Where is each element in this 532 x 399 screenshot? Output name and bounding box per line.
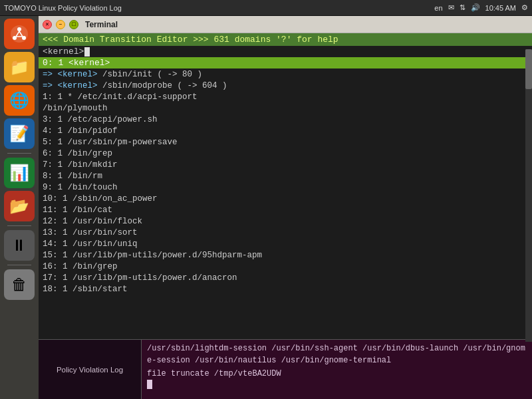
term-line-10: 10: 1 /sbin/on_ac_power <box>39 194 532 205</box>
minimize-button[interactable]: – <box>56 20 65 29</box>
bottom-content-line2: file truncate /tmp/vteBA2UDW <box>147 368 527 380</box>
terminal-cursor <box>147 380 152 389</box>
dock-libreoffice[interactable]: 📝 <box>4 118 35 149</box>
terminal-content[interactable]: <<< Domain Transition Editor >>> 631 dom… <box>39 33 532 399</box>
term-line-arrow2: => <kernel> /sbin/modprobe ( -> 604 ) <box>39 80 532 92</box>
volume-icon[interactable]: 🔊 <box>471 3 480 12</box>
dock-trash[interactable]: 🗑 <box>4 269 35 300</box>
dock-documents[interactable]: 📂 <box>4 191 35 221</box>
bottom-content-line1: /usr/sbin/lightdm-session /usr/bin/ssh-a… <box>147 342 527 366</box>
keyboard-indicator[interactable]: en <box>434 4 442 12</box>
kernel-selected-row[interactable]: 0: 1 <kernel> <box>39 57 532 68</box>
term-line-12: 12: 1 /usr/bin/flock <box>39 216 532 227</box>
term-line-17: 17: 1 /usr/lib/pm-utils/power.d/anacron <box>39 273 532 284</box>
term-line-15: 15: 1 /usr/lib/pm-utils/power.d/95hdparm… <box>39 250 532 261</box>
term-line-4: 4: 1 /bin/pidof <box>39 126 532 137</box>
term-line-11: 11: 1 /bin/cat <box>39 205 532 216</box>
term-line-3: 3: 1 /etc/acpi/power.sh <box>39 114 532 126</box>
term-line-1: 1: 1 * /etc/init.d/acpi-support <box>39 92 532 103</box>
file-list[interactable]: => <kernel> /sbin/init ( -> 80 ) => <ker… <box>39 68 532 339</box>
dock-calc[interactable]: 📊 <box>4 158 35 188</box>
dock-separator-2 <box>7 225 31 226</box>
term-line-6: 6: 1 /bin/grep <box>39 148 532 160</box>
dock-pause[interactable]: ⏸ <box>4 230 35 261</box>
kernel-label: <kernel> <box>43 47 84 57</box>
settings-icon[interactable]: ⚙ <box>521 3 528 12</box>
terminal-titlebar: ✕ – □ Terminal <box>39 16 532 33</box>
cursor-block <box>84 47 90 57</box>
scrollbar-thumb[interactable] <box>525 49 532 89</box>
dock-firefox[interactable]: 🌐 <box>4 85 35 116</box>
taskbar: TOMOYO Linux Policy Violation Log en ✉ ⇅… <box>0 0 532 16</box>
kernel-row-text: 0: 1 <kernel> <box>43 58 110 68</box>
clock: 10:45 AM <box>485 4 516 12</box>
dock-files[interactable]: 📁 <box>4 52 35 82</box>
term-line-arrow1: => <kernel> /sbin/init ( -> 80 ) <box>39 69 532 80</box>
maximize-button[interactable]: □ <box>69 20 78 29</box>
term-line-7: 7: 1 /bin/mkdir <box>39 160 532 171</box>
term-line-8: 8: 1 /bin/rm <box>39 171 532 182</box>
dock-separator-1 <box>7 153 31 154</box>
term-line-14: 14: 1 /usr/bin/uniq <box>39 239 532 250</box>
terminal-title: Terminal <box>85 20 118 29</box>
kernel-input-row: <kernel> <box>39 46 532 57</box>
term-line-9: 9: 1 /bin/touch <box>39 182 532 194</box>
term-line-13: 13: 1 /usr/bin/sort <box>39 227 532 239</box>
term-line-16: 16: 1 /bin/grep <box>39 261 532 273</box>
term-line-5: 5: 1 /usr/sbin/pm-powersave <box>39 137 532 148</box>
scrollbar[interactable] <box>525 49 532 342</box>
network-icon[interactable]: ⇅ <box>460 3 466 12</box>
bottom-content: /usr/sbin/lightdm-session /usr/bin/ssh-a… <box>142 340 532 399</box>
taskbar-title: TOMOYO Linux Policy Violation Log <box>4 4 122 12</box>
dock-separator-3 <box>7 265 31 265</box>
dock-ubuntu[interactable] <box>4 19 35 49</box>
bottom-bar: Policy Violation Log /usr/sbin/lightdm-s… <box>39 339 532 399</box>
svg-point-1 <box>17 27 21 31</box>
bottom-label: Policy Violation Log <box>39 340 142 399</box>
terminal-window: ✕ – □ Terminal <<< Domain Transition Edi… <box>39 16 532 399</box>
close-button[interactable]: ✕ <box>43 20 52 29</box>
taskbar-right: en ✉ ⇅ 🔊 10:45 AM ⚙ <box>434 3 528 12</box>
term-line-18: 18: 1 /sbin/start <box>39 284 532 295</box>
term-line-2: /bin/plymouth <box>39 103 532 114</box>
domain-editor-header: <<< Domain Transition Editor >>> 631 dom… <box>39 33 532 46</box>
dock: 📁 🌐 📝 📊 📂 ⏸ 🗑 <box>0 16 39 399</box>
email-icon[interactable]: ✉ <box>448 3 454 12</box>
